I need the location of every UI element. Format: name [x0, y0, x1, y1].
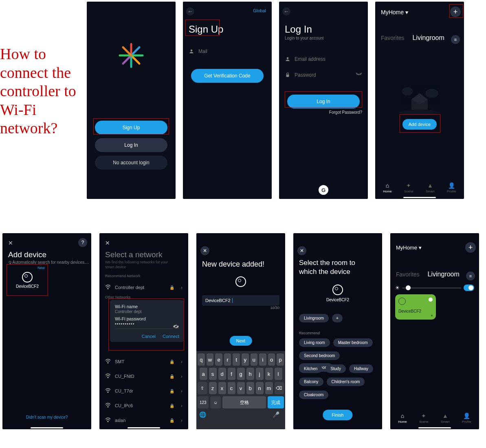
close-icon[interactable]: ✕	[7, 239, 15, 247]
key[interactable]: l	[275, 368, 282, 380]
nav-smart[interactable]: ▲Smart	[441, 413, 449, 424]
room-chip[interactable]: Children's room	[327, 377, 365, 386]
key[interactable]: t	[233, 353, 240, 366]
home-dropdown[interactable]: MyHome ▾	[396, 245, 422, 251]
manual-scan-link[interactable]: Didn't scan my device?	[26, 415, 68, 419]
room-chip[interactable]: Hallway	[349, 364, 373, 373]
room-chip-selected[interactable]: Livingroom	[299, 314, 329, 322]
shift-key[interactable]: ⇧	[198, 382, 207, 394]
back-icon[interactable]: ←	[186, 7, 194, 15]
room-chip[interactable]: Study	[325, 364, 346, 373]
tab-livingroom[interactable]: Livingroom	[413, 34, 444, 42]
add-room-button[interactable]: +	[332, 314, 343, 322]
key[interactable]: s	[209, 368, 217, 380]
network-row[interactable]: CU_IPc6🔒›	[105, 399, 183, 412]
guest-login-button[interactable]: No account login	[95, 156, 167, 170]
highlight-box	[400, 114, 440, 133]
finish-button[interactable]: Finish	[323, 410, 352, 420]
key[interactable]: d	[218, 368, 226, 380]
key[interactable]: a	[200, 368, 207, 380]
screen-select-network: ✕ Select a network We find the following…	[99, 233, 188, 429]
key[interactable]: y	[242, 353, 249, 366]
room-chip[interactable]: Balcony	[299, 377, 323, 386]
key[interactable]: h	[246, 368, 254, 380]
email-field[interactable]: Email address	[285, 56, 362, 62]
room-chip[interactable]: Kitchen	[299, 364, 322, 373]
power-toggle[interactable]	[464, 285, 474, 291]
tile-toggle[interactable]	[429, 298, 433, 302]
back-icon[interactable]: ←	[282, 7, 290, 15]
forgot-password-link[interactable]: Forgot Password?	[329, 110, 362, 115]
room-chip[interactable]: Cloakroom	[299, 391, 328, 399]
room-chip[interactable]: Master bedroom	[333, 338, 373, 347]
key[interactable]: r	[224, 353, 231, 366]
device-name-label: DeviceBCF2	[326, 298, 349, 302]
menu-icon[interactable]: ≡	[451, 35, 460, 44]
key[interactable]: n	[256, 382, 264, 394]
tab-livingroom[interactable]: Livingroom	[428, 271, 460, 278]
google-login-button[interactable]: G	[319, 185, 328, 195]
key[interactable]: w	[207, 353, 214, 366]
nav-profile[interactable]: 👤Profile	[462, 413, 471, 424]
login-button[interactable]: Log In	[95, 138, 167, 152]
region-link[interactable]: Global	[253, 8, 266, 13]
nav-home[interactable]: ⌂Home	[383, 182, 391, 193]
recommend-label: Recommend	[299, 331, 320, 335]
key[interactable]: j	[256, 368, 264, 380]
key[interactable]: f	[228, 368, 235, 380]
show-password-icon[interactable]	[356, 72, 362, 78]
network-row[interactable]: CU_FNtD🔒›	[105, 370, 183, 382]
lock-icon	[285, 72, 290, 78]
backspace-key[interactable]: ⌫	[275, 382, 284, 394]
key[interactable]: p	[277, 353, 284, 366]
key[interactable]: q	[198, 353, 205, 366]
network-row[interactable]: SMT🔒›	[105, 355, 183, 368]
next-button[interactable]: Next	[230, 336, 252, 346]
numeric-key[interactable]: 123	[198, 396, 209, 408]
key[interactable]: g	[237, 368, 245, 380]
network-row[interactable]: Controller dept🔒›	[105, 281, 183, 294]
network-row[interactable]: aslan🔒›	[105, 414, 183, 426]
network-row[interactable]: CU_T7dr🔒›	[105, 385, 183, 397]
key[interactable]: c	[228, 382, 235, 394]
nav-home[interactable]: ⌂Home	[398, 413, 407, 424]
nav-scene[interactable]: ✦Scene	[404, 182, 413, 193]
device-name-input[interactable]: DeviceBCF2	[202, 295, 279, 306]
space-key[interactable]: 空格	[222, 396, 266, 408]
key[interactable]: o	[268, 353, 275, 366]
mic-icon[interactable]: 🎤	[273, 411, 282, 418]
brightness-slider[interactable]: ☀	[395, 285, 474, 291]
key[interactable]: b	[246, 382, 254, 394]
key[interactable]: x	[218, 382, 226, 394]
key[interactable]: i	[259, 353, 266, 366]
password-field[interactable]: Password	[285, 72, 362, 78]
key[interactable]: u	[251, 353, 258, 366]
slider-thumb[interactable]	[406, 285, 411, 290]
tab-favorites[interactable]: Favorites	[396, 271, 420, 278]
emoji-key[interactable]: ☺	[210, 396, 221, 408]
close-icon[interactable]: ✕	[103, 239, 112, 247]
get-code-button[interactable]: Get Verification Code	[191, 69, 264, 83]
key[interactable]: e	[215, 353, 222, 366]
device-tile[interactable]: DeviceBCF2	[395, 294, 436, 320]
globe-icon[interactable]: 🌐	[199, 411, 209, 418]
nav-profile[interactable]: 👤Profile	[447, 182, 456, 193]
home-dropdown[interactable]: MyHome ▾	[381, 9, 408, 15]
close-icon[interactable]: ✕	[200, 246, 209, 255]
key[interactable]: v	[237, 382, 245, 394]
help-icon[interactable]: ?	[78, 238, 87, 247]
nav-scene[interactable]: ✦Scene	[419, 413, 429, 424]
done-key[interactable]: 完成	[268, 396, 284, 408]
key[interactable]: k	[265, 368, 273, 380]
room-chip[interactable]: Second bedroom	[299, 351, 340, 360]
close-icon[interactable]: ✕	[297, 246, 306, 255]
key[interactable]: z	[209, 382, 217, 394]
room-chip[interactable]: Living room	[299, 338, 330, 347]
profile-icon: 👤	[463, 413, 470, 419]
tab-favorites[interactable]: Favorites	[381, 35, 405, 41]
nav-smart[interactable]: ▲Smart	[426, 182, 434, 193]
key[interactable]: m	[265, 382, 273, 394]
menu-icon[interactable]: ≡	[466, 271, 475, 280]
add-button[interactable]: +	[465, 242, 476, 253]
email-field[interactable]: Mail	[189, 49, 266, 54]
